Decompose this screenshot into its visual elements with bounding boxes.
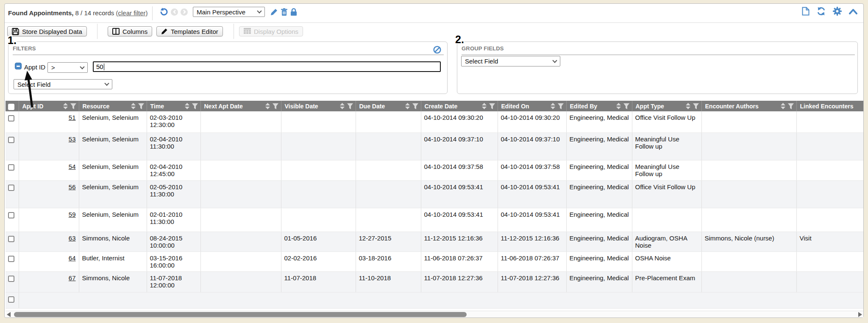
row-checkbox[interactable] [8, 164, 14, 171]
appt-id-link[interactable]: 63 [69, 235, 76, 242]
column-header-create_date[interactable]: Create Date [421, 101, 498, 111]
group-fields-heading: GROUP FIELDS [462, 45, 504, 52]
sort-icon[interactable] [482, 103, 487, 109]
column-header-next_apt_date[interactable]: Next Apt Date [200, 101, 281, 111]
cell-id: 59 [19, 208, 79, 232]
delete-perspective-icon[interactable] [281, 8, 288, 16]
scroll-left-arrow[interactable] [7, 312, 11, 317]
column-header-linked_encounters[interactable]: Linked Encounters [796, 101, 863, 111]
appt-id-link[interactable]: 54 [69, 163, 76, 170]
filter-funnel-icon[interactable] [347, 103, 353, 109]
select-all-checkbox[interactable] [8, 104, 14, 110]
column-header-encounter_authors[interactable]: Encounter Authors [701, 101, 796, 111]
next-perspective-button[interactable] [181, 8, 188, 16]
scrollbar-thumb[interactable] [14, 312, 467, 317]
sort-icon[interactable] [265, 103, 270, 109]
sort-icon[interactable] [616, 103, 621, 109]
store-displayed-data-button[interactable]: Store Displayed Data [7, 26, 87, 36]
column-header-appt_type[interactable]: Appt Type [632, 101, 701, 111]
undo-icon[interactable] [160, 8, 168, 16]
lock-icon[interactable] [290, 8, 297, 16]
appt-id-link[interactable]: 67 [69, 274, 76, 282]
filter-funnel-icon[interactable] [558, 103, 564, 109]
cell-encounter_authors: Simmons, Nicole (nurse) [701, 232, 796, 251]
sort-icon[interactable] [686, 103, 690, 109]
prev-perspective-button[interactable] [171, 8, 178, 16]
horizontal-scrollbar[interactable] [6, 311, 863, 317]
filter-funnel-icon[interactable] [192, 103, 198, 109]
filter-funnel-icon[interactable] [138, 103, 144, 109]
records-count: 8 / 14 records [75, 9, 114, 17]
filter-funnel-icon[interactable] [273, 103, 278, 109]
row-checkbox[interactable] [8, 185, 14, 191]
collapse-icon[interactable] [849, 8, 857, 14]
column-header-due_date[interactable]: Due Date [356, 101, 421, 111]
cell-next_apt_date [200, 271, 281, 292]
row-checkbox[interactable] [8, 236, 14, 242]
column-header-edited_on[interactable]: Edited On [498, 101, 566, 111]
cell-visible_date [281, 111, 356, 133]
filter-funnel-icon[interactable] [489, 103, 495, 109]
group-field-select[interactable]: Select Field [461, 56, 560, 66]
row-checkbox[interactable] [8, 276, 14, 282]
filter-funnel-icon[interactable] [693, 103, 699, 109]
refresh-icon[interactable] [817, 7, 826, 16]
cell-resource: Selenium, Selenium [79, 208, 147, 232]
sort-icon[interactable] [551, 103, 555, 109]
cell-linked_encounters [796, 160, 863, 180]
new-document-icon[interactable] [802, 7, 810, 16]
sort-icon[interactable] [405, 103, 410, 109]
appt-id-link[interactable]: 64 [69, 254, 76, 262]
cell-id: 56 [19, 180, 79, 208]
filter-funnel-icon[interactable] [623, 103, 629, 109]
cell-due_date [356, 111, 421, 133]
column-header-edited_by[interactable]: Edited By [566, 101, 632, 111]
clear-all-filters-icon[interactable] [433, 46, 441, 54]
filter-funnel-icon[interactable] [788, 103, 794, 109]
filter-operator-select[interactable]: > [47, 62, 88, 73]
filter-funnel-icon[interactable] [70, 103, 76, 109]
column-header-time[interactable]: Time [147, 101, 200, 111]
appt-id-link[interactable]: 56 [69, 183, 76, 190]
table-row: 54Selenium, Selenium02-04-2010 12:45:000… [6, 160, 863, 180]
new-row-cells [19, 292, 863, 308]
edit-perspective-icon[interactable] [270, 8, 278, 16]
cell-edited_on: 04-10-2014 09:37:58 [498, 160, 566, 180]
templates-editor-button[interactable]: Templates Editor [156, 26, 223, 36]
add-filter-field-select[interactable]: Select Field [14, 79, 112, 89]
select-all-checkbox-header [6, 101, 19, 111]
column-header-label: Next Apt Date [204, 103, 243, 110]
filter-value-input[interactable]: 50 [93, 61, 441, 72]
appt-id-link[interactable]: 51 [69, 114, 76, 121]
column-header-label: Time [150, 103, 164, 110]
clear-filter-link[interactable]: (clear filter) [116, 9, 147, 17]
settings-gear-icon[interactable] [833, 7, 842, 16]
toolbar-divider [152, 6, 153, 20]
columns-button[interactable]: Columns [108, 26, 152, 36]
row-checkbox[interactable] [8, 137, 14, 143]
row-checkbox[interactable] [8, 296, 14, 303]
sort-icon[interactable] [131, 103, 136, 109]
cell-create_date: 11-12-2015 12:16:36 [421, 232, 498, 251]
row-checkbox[interactable] [8, 212, 14, 218]
row-checkbox[interactable] [8, 256, 14, 262]
cell-linked_encounters [796, 208, 863, 232]
scroll-right-arrow[interactable] [858, 312, 862, 317]
display-options-button[interactable]: Display Options [239, 26, 303, 36]
sort-icon[interactable] [781, 103, 785, 109]
appt-id-link[interactable]: 53 [69, 135, 76, 143]
column-header-resource[interactable]: Resource [79, 101, 147, 111]
column-header-visible_date[interactable]: Visible Date [281, 101, 356, 111]
cell-create_date: 04-10-2014 09:53:41 [421, 180, 498, 208]
appt-id-link[interactable]: 59 [69, 211, 76, 218]
sort-icon[interactable] [185, 103, 189, 109]
save-icon [12, 28, 19, 35]
remove-filter-button[interactable] [15, 63, 22, 69]
perspective-select[interactable]: Main Perspective [193, 7, 265, 17]
sort-icon[interactable] [340, 103, 345, 109]
filter-funnel-icon[interactable] [412, 103, 418, 109]
column-header-id[interactable]: Appt ID [19, 101, 79, 111]
row-checkbox[interactable] [8, 115, 14, 121]
row-select-cell [6, 271, 19, 292]
sort-icon[interactable] [63, 103, 68, 109]
